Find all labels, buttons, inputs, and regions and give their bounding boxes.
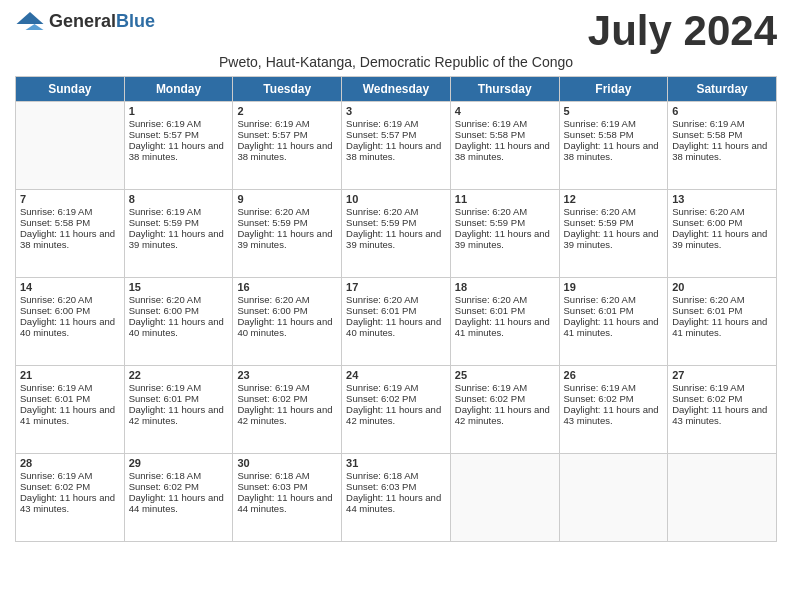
sunrise-text: Sunrise: 6:20 AM (564, 294, 636, 305)
sunset-text: Sunset: 6:00 PM (237, 305, 307, 316)
sunset-text: Sunset: 6:02 PM (237, 393, 307, 404)
sunrise-text: Sunrise: 6:19 AM (129, 382, 201, 393)
sunset-text: Sunset: 6:00 PM (672, 217, 742, 228)
daylight-text: Daylight: 11 hours and 41 minutes. (20, 404, 115, 426)
table-row: 11 Sunrise: 6:20 AM Sunset: 5:59 PM Dayl… (450, 190, 559, 278)
daylight-text: Daylight: 11 hours and 44 minutes. (346, 492, 441, 514)
sunrise-text: Sunrise: 6:20 AM (346, 294, 418, 305)
sunset-text: Sunset: 5:59 PM (346, 217, 416, 228)
table-row: 17 Sunrise: 6:20 AM Sunset: 6:01 PM Dayl… (342, 278, 451, 366)
day-number: 22 (129, 369, 229, 381)
calendar-subtitle: Pweto, Haut-Katanga, Democratic Republic… (15, 54, 777, 70)
daylight-text: Daylight: 11 hours and 38 minutes. (129, 140, 224, 162)
daylight-text: Daylight: 11 hours and 40 minutes. (20, 316, 115, 338)
sunset-text: Sunset: 5:57 PM (346, 129, 416, 140)
table-row: 19 Sunrise: 6:20 AM Sunset: 6:01 PM Dayl… (559, 278, 668, 366)
sunset-text: Sunset: 6:03 PM (237, 481, 307, 492)
day-number: 5 (564, 105, 664, 117)
sunset-text: Sunset: 6:01 PM (564, 305, 634, 316)
sunrise-text: Sunrise: 6:19 AM (237, 118, 309, 129)
sunrise-text: Sunrise: 6:20 AM (237, 294, 309, 305)
sunset-text: Sunset: 6:01 PM (20, 393, 90, 404)
table-row: 24 Sunrise: 6:19 AM Sunset: 6:02 PM Dayl… (342, 366, 451, 454)
logo-blue-text: Blue (116, 11, 155, 31)
daylight-text: Daylight: 11 hours and 42 minutes. (237, 404, 332, 426)
sunrise-text: Sunrise: 6:20 AM (455, 206, 527, 217)
table-row: 10 Sunrise: 6:20 AM Sunset: 5:59 PM Dayl… (342, 190, 451, 278)
table-row: 22 Sunrise: 6:19 AM Sunset: 6:01 PM Dayl… (124, 366, 233, 454)
table-row: 9 Sunrise: 6:20 AM Sunset: 5:59 PM Dayli… (233, 190, 342, 278)
svg-marker-0 (17, 12, 44, 24)
col-thursday: Thursday (450, 77, 559, 102)
calendar-header-row: Sunday Monday Tuesday Wednesday Thursday… (16, 77, 777, 102)
sunset-text: Sunset: 6:01 PM (672, 305, 742, 316)
table-row (450, 454, 559, 542)
daylight-text: Daylight: 11 hours and 38 minutes. (672, 140, 767, 162)
daylight-text: Daylight: 11 hours and 43 minutes. (672, 404, 767, 426)
sunrise-text: Sunrise: 6:19 AM (129, 206, 201, 217)
table-row: 2 Sunrise: 6:19 AM Sunset: 5:57 PM Dayli… (233, 102, 342, 190)
daylight-text: Daylight: 11 hours and 40 minutes. (129, 316, 224, 338)
sunrise-text: Sunrise: 6:18 AM (237, 470, 309, 481)
sunset-text: Sunset: 6:02 PM (455, 393, 525, 404)
sunset-text: Sunset: 5:59 PM (129, 217, 199, 228)
sunrise-text: Sunrise: 6:19 AM (346, 118, 418, 129)
col-sunday: Sunday (16, 77, 125, 102)
table-row: 4 Sunrise: 6:19 AM Sunset: 5:58 PM Dayli… (450, 102, 559, 190)
sunset-text: Sunset: 5:57 PM (129, 129, 199, 140)
table-row: 12 Sunrise: 6:20 AM Sunset: 5:59 PM Dayl… (559, 190, 668, 278)
logo-general-text: General (49, 11, 116, 31)
col-monday: Monday (124, 77, 233, 102)
table-row: 14 Sunrise: 6:20 AM Sunset: 6:00 PM Dayl… (16, 278, 125, 366)
sunset-text: Sunset: 5:57 PM (237, 129, 307, 140)
sunset-text: Sunset: 6:00 PM (129, 305, 199, 316)
day-number: 29 (129, 457, 229, 469)
logo-icon (15, 10, 45, 32)
table-row: 29 Sunrise: 6:18 AM Sunset: 6:02 PM Dayl… (124, 454, 233, 542)
day-number: 2 (237, 105, 337, 117)
calendar-week-row: 14 Sunrise: 6:20 AM Sunset: 6:00 PM Dayl… (16, 278, 777, 366)
day-number: 6 (672, 105, 772, 117)
table-row: 20 Sunrise: 6:20 AM Sunset: 6:01 PM Dayl… (668, 278, 777, 366)
day-number: 30 (237, 457, 337, 469)
sunrise-text: Sunrise: 6:19 AM (455, 118, 527, 129)
daylight-text: Daylight: 11 hours and 43 minutes. (564, 404, 659, 426)
sunset-text: Sunset: 6:00 PM (20, 305, 90, 316)
table-row: 3 Sunrise: 6:19 AM Sunset: 5:57 PM Dayli… (342, 102, 451, 190)
day-number: 28 (20, 457, 120, 469)
sunrise-text: Sunrise: 6:20 AM (129, 294, 201, 305)
sunrise-text: Sunrise: 6:20 AM (20, 294, 92, 305)
day-number: 1 (129, 105, 229, 117)
daylight-text: Daylight: 11 hours and 41 minutes. (564, 316, 659, 338)
table-row: 26 Sunrise: 6:19 AM Sunset: 6:02 PM Dayl… (559, 366, 668, 454)
sunrise-text: Sunrise: 6:20 AM (672, 294, 744, 305)
day-number: 24 (346, 369, 446, 381)
sunrise-text: Sunrise: 6:19 AM (129, 118, 201, 129)
daylight-text: Daylight: 11 hours and 38 minutes. (237, 140, 332, 162)
table-row: 21 Sunrise: 6:19 AM Sunset: 6:01 PM Dayl… (16, 366, 125, 454)
sunrise-text: Sunrise: 6:20 AM (564, 206, 636, 217)
day-number: 13 (672, 193, 772, 205)
daylight-text: Daylight: 11 hours and 39 minutes. (129, 228, 224, 250)
day-number: 17 (346, 281, 446, 293)
day-number: 7 (20, 193, 120, 205)
sunset-text: Sunset: 6:01 PM (129, 393, 199, 404)
daylight-text: Daylight: 11 hours and 42 minutes. (129, 404, 224, 426)
table-row: 25 Sunrise: 6:19 AM Sunset: 6:02 PM Dayl… (450, 366, 559, 454)
daylight-text: Daylight: 11 hours and 43 minutes. (20, 492, 115, 514)
day-number: 18 (455, 281, 555, 293)
daylight-text: Daylight: 11 hours and 38 minutes. (20, 228, 115, 250)
page-header: GeneralBlue July 2024 (15, 10, 777, 52)
daylight-text: Daylight: 11 hours and 38 minutes. (455, 140, 550, 162)
col-friday: Friday (559, 77, 668, 102)
table-row: 15 Sunrise: 6:20 AM Sunset: 6:00 PM Dayl… (124, 278, 233, 366)
day-number: 9 (237, 193, 337, 205)
sunrise-text: Sunrise: 6:19 AM (20, 206, 92, 217)
sunrise-text: Sunrise: 6:20 AM (346, 206, 418, 217)
daylight-text: Daylight: 11 hours and 39 minutes. (346, 228, 441, 250)
sunset-text: Sunset: 6:02 PM (564, 393, 634, 404)
logo: GeneralBlue (15, 10, 155, 32)
table-row: 23 Sunrise: 6:19 AM Sunset: 6:02 PM Dayl… (233, 366, 342, 454)
table-row (16, 102, 125, 190)
calendar-week-row: 28 Sunrise: 6:19 AM Sunset: 6:02 PM Dayl… (16, 454, 777, 542)
